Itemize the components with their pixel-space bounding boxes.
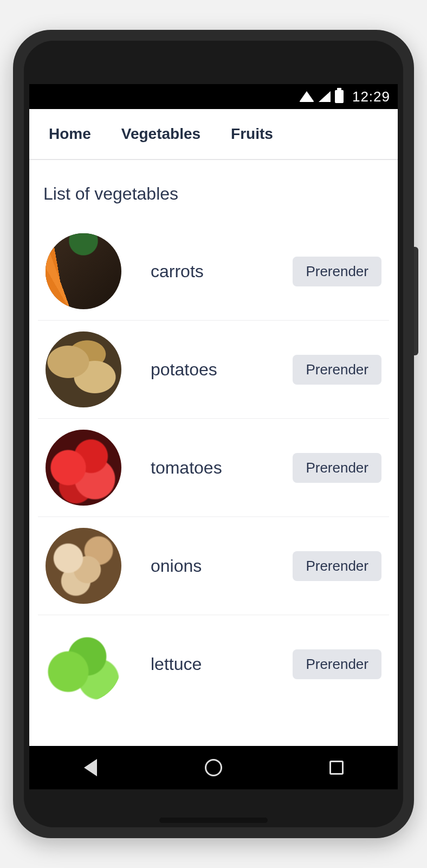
android-back-button[interactable] bbox=[80, 757, 101, 778]
list-item[interactable]: onionsPrerender bbox=[38, 517, 389, 615]
prerender-button[interactable]: Prerender bbox=[293, 551, 381, 581]
android-home-button[interactable] bbox=[203, 757, 224, 778]
status-bar: 12:29 bbox=[29, 84, 398, 109]
prerender-button[interactable]: Prerender bbox=[293, 453, 381, 483]
back-icon bbox=[84, 759, 97, 776]
status-clock: 12:29 bbox=[352, 88, 390, 105]
home-icon bbox=[205, 759, 222, 776]
item-image bbox=[46, 233, 121, 309]
android-recents-button[interactable] bbox=[326, 757, 347, 778]
screen: 12:29 Home Vegetables Fruits List of veg… bbox=[29, 84, 398, 789]
battery-icon bbox=[335, 90, 344, 103]
device-bottom-speaker bbox=[159, 818, 268, 823]
item-name: onions bbox=[151, 556, 293, 576]
nav-fruits[interactable]: Fruits bbox=[231, 125, 273, 143]
item-name: lettuce bbox=[151, 654, 293, 674]
list-item[interactable]: potatoesPrerender bbox=[38, 321, 389, 419]
prerender-button[interactable]: Prerender bbox=[293, 355, 381, 385]
device-inner: 12:29 Home Vegetables Fruits List of veg… bbox=[24, 41, 403, 827]
recents-icon bbox=[329, 761, 344, 775]
top-nav: Home Vegetables Fruits bbox=[29, 109, 398, 160]
nav-home[interactable]: Home bbox=[49, 125, 91, 143]
item-image bbox=[46, 331, 121, 407]
vegetables-list: carrotsPrerenderpotatoesPrerendertomatoe… bbox=[38, 222, 389, 713]
item-name: carrots bbox=[151, 261, 293, 282]
page-title: List of vegetables bbox=[43, 184, 389, 204]
list-item[interactable]: tomatoesPrerender bbox=[38, 419, 389, 517]
nav-vegetables[interactable]: Vegetables bbox=[121, 125, 200, 143]
android-system-nav bbox=[29, 746, 398, 789]
device-frame: 12:29 Home Vegetables Fruits List of veg… bbox=[13, 30, 414, 838]
item-image bbox=[46, 528, 121, 604]
prerender-button[interactable]: Prerender bbox=[293, 257, 381, 286]
app: Home Vegetables Fruits List of vegetable… bbox=[29, 109, 398, 746]
item-image bbox=[46, 626, 121, 702]
item-image bbox=[46, 430, 121, 506]
item-name: potatoes bbox=[151, 360, 293, 380]
prerender-button[interactable]: Prerender bbox=[293, 649, 381, 679]
wifi-icon bbox=[299, 91, 314, 102]
list-item[interactable]: carrotsPrerender bbox=[38, 222, 389, 321]
status-icons: 12:29 bbox=[299, 88, 390, 105]
cell-signal-icon bbox=[319, 91, 331, 102]
content[interactable]: List of vegetables carrotsPrerenderpotat… bbox=[29, 160, 398, 746]
list-item[interactable]: lettucePrerender bbox=[38, 615, 389, 713]
item-name: tomatoes bbox=[151, 458, 293, 478]
